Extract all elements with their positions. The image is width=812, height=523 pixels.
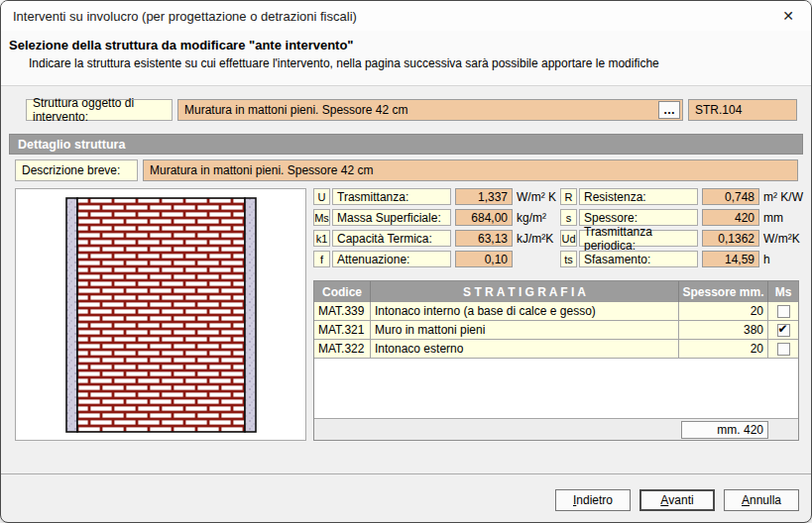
prop-resistenza: R Resistenza: 0,748 m² K/W <box>560 188 803 205</box>
ms-checkbox[interactable] <box>777 324 790 337</box>
page-title: Selezione della struttura da modificare … <box>9 38 803 52</box>
cell-spessore: 20 <box>679 340 768 358</box>
table-footer: mm. 420 <box>314 418 798 440</box>
prop-unit: W/m² K <box>517 190 556 204</box>
close-icon[interactable]: ✕ <box>777 5 799 27</box>
prop-label: Spessore: <box>579 209 698 226</box>
prop-symbol: k1 <box>313 230 330 247</box>
prop-spessore: s Spessore: 420 mm <box>560 209 803 226</box>
prop-trasmittanza: U Trasmittanza: 1,337 W/m² K <box>313 188 556 205</box>
cell-spessore: 380 <box>679 321 768 339</box>
next-button[interactable]: Avanti <box>639 489 715 511</box>
wall-image-panel <box>15 188 306 441</box>
cell-codice: MAT.339 <box>314 302 371 320</box>
prop-label: Trasmittanza periodica: <box>579 230 698 247</box>
struttura-value: Muratura in mattoni pieni. Spessore 42 c… <box>184 103 407 117</box>
col-header-stratigrafia: S T R A T I G R A F I A <box>371 281 679 302</box>
prop-value: 0,1362 <box>702 230 759 247</box>
col-header-codice: Codice <box>314 281 371 302</box>
prop-symbol: f <box>313 251 330 267</box>
thermal-properties-grid: U Trasmittanza: 1,337 W/m² K R Resistenz… <box>313 188 799 267</box>
prop-unit: h <box>763 253 770 266</box>
prop-value: 1,337 <box>455 188 513 205</box>
wizard-header: Selezione della struttura da modificare … <box>1 31 811 86</box>
prop-unit: kJ/m²K <box>517 232 553 246</box>
prop-symbol: R <box>560 188 577 205</box>
prop-symbol: s <box>560 209 577 226</box>
prop-label: Trasmittanza: <box>332 188 451 205</box>
cell-stratigrafia: Muro in mattoni pieni <box>371 321 679 339</box>
col-header-ms: Ms <box>768 281 798 302</box>
prop-symbol: U <box>313 188 330 205</box>
titlebar: Interventi su involucro (per progettazio… <box>1 1 811 31</box>
prop-unit: W/m²K <box>763 232 800 246</box>
prop-symbol: Ud <box>560 230 577 247</box>
table-row[interactable]: MAT.321 Muro in mattoni pieni 380 <box>314 321 798 340</box>
dialog-buttons: Indietro Avanti Annulla <box>1 489 799 511</box>
prop-value: 684,00 <box>455 209 513 226</box>
cell-stratigrafia: Intonaco esterno <box>371 340 679 358</box>
prop-capacita-termica: k1 Capacità Termica: 63,13 kJ/m²K <box>313 230 556 247</box>
total-thickness-field: mm. 420 <box>681 421 768 439</box>
prop-label: Attenuazione: <box>332 251 451 267</box>
descrizione-row: Descrizione breve: Muratura in mattoni p… <box>15 159 798 181</box>
prop-label: Capacità Termica: <box>332 230 451 247</box>
prop-value: 0,10 <box>455 251 513 267</box>
cell-codice: MAT.321 <box>314 321 371 339</box>
table-row[interactable]: MAT.322 Intonaco esterno 20 <box>314 340 798 359</box>
page-subtitle: Indicare la struttura esistente su cui e… <box>29 56 803 70</box>
col-header-spessore: Spessore mm. <box>679 281 768 302</box>
struttura-code-field: STR.104 <box>688 99 797 121</box>
section-dettaglio-struttura: Dettaglio struttura <box>9 134 803 155</box>
cell-ms <box>768 302 798 320</box>
descrizione-label: Descrizione breve: <box>15 159 138 181</box>
prop-unit: m² K/W <box>763 190 803 204</box>
cancel-button[interactable]: Annulla <box>724 489 799 511</box>
prop-value: 0,748 <box>702 188 759 205</box>
struttura-row: Struttura oggetto di intervento: Muratur… <box>26 99 797 121</box>
prop-label: Resistenza: <box>579 188 698 205</box>
prop-unit: kg/m² <box>517 211 546 225</box>
prop-unit: mm <box>763 211 783 225</box>
cell-spessore: 20 <box>679 302 768 320</box>
struttura-label: Struttura oggetto di intervento: <box>26 99 173 121</box>
struttura-field[interactable]: Muratura in mattoni pieni. Spessore 42 c… <box>177 99 683 121</box>
table-empty-area <box>314 359 798 418</box>
cell-codice: MAT.322 <box>314 340 371 358</box>
footer-separator <box>1 473 811 474</box>
ms-checkbox[interactable] <box>777 305 790 318</box>
cell-ms <box>768 340 798 358</box>
back-button[interactable]: Indietro <box>555 489 631 511</box>
prop-sfasamento: ts Sfasamento: 14,59 h <box>560 251 803 267</box>
cell-stratigrafia: Intonaco interno (a base di calce e gess… <box>371 302 679 320</box>
browse-button[interactable]: … <box>658 101 680 119</box>
window-title: Interventi su involucro (per progettazio… <box>13 9 357 24</box>
details-column: U Trasmittanza: 1,337 W/m² K R Resistenz… <box>313 188 799 441</box>
table-row[interactable]: MAT.339 Intonaco interno (a base di calc… <box>314 302 798 321</box>
content-area: U Trasmittanza: 1,337 W/m² K R Resistenz… <box>15 188 797 441</box>
prop-symbol: ts <box>560 251 577 267</box>
prop-attenuazione: f Attenuazione: 0,10 <box>313 251 556 267</box>
cell-ms <box>768 321 798 339</box>
prop-massa-superficiale: Ms Massa Superficiale: 684,00 kg/m² <box>313 209 556 226</box>
stratigrafia-table: Codice S T R A T I G R A F I A Spessore … <box>313 280 799 441</box>
prop-value: 63,13 <box>455 230 513 247</box>
prop-symbol: Ms <box>313 209 330 226</box>
dialog-interventi-su-involucro: Interventi su involucro (per progettazio… <box>0 0 812 523</box>
prop-trasmittanza-periodica: Ud Trasmittanza periodica: 0,1362 W/m²K <box>560 230 803 247</box>
prop-value: 14,59 <box>702 251 759 267</box>
prop-value: 420 <box>702 209 759 226</box>
prop-label: Massa Superficiale: <box>332 209 451 226</box>
table-header-row: Codice S T R A T I G R A F I A Spessore … <box>314 281 798 302</box>
prop-label: Sfasamento: <box>579 251 698 267</box>
descrizione-field[interactable]: Muratura in mattoni pieni. Spessore 42 c… <box>143 159 798 181</box>
ms-checkbox[interactable] <box>777 343 790 356</box>
wall-section-image <box>65 197 257 433</box>
